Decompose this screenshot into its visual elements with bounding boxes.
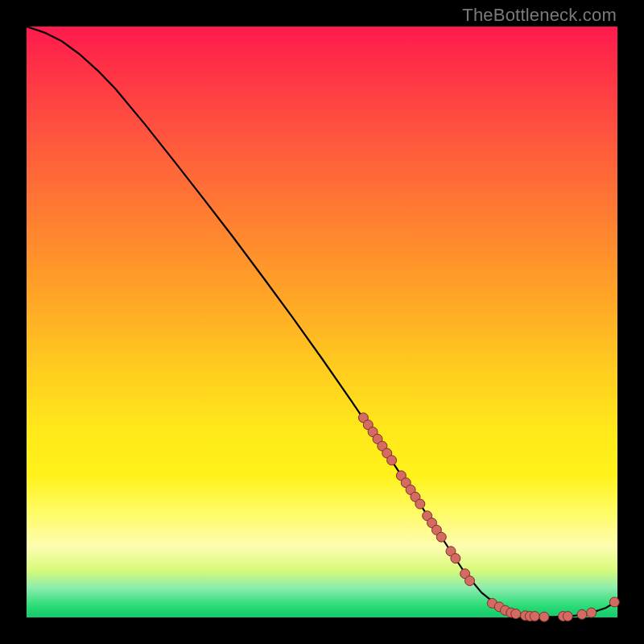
data-marker [530, 612, 539, 621]
data-marker [539, 612, 549, 621]
data-marker [387, 456, 397, 465]
data-marker [609, 597, 619, 607]
marker-group [358, 413, 619, 621]
watermark-text: TheBottleneck.com [462, 5, 617, 26]
data-marker [465, 576, 475, 585]
data-marker [587, 608, 597, 617]
data-marker [563, 612, 572, 621]
data-marker [511, 609, 521, 619]
data-marker [451, 554, 460, 564]
data-marker [415, 499, 425, 509]
data-marker [577, 609, 587, 619]
chart-frame: TheBottleneck.com [0, 0, 644, 644]
chart-overlay [27, 27, 617, 617]
bottleneck-curve [27, 27, 617, 617]
data-marker [436, 532, 446, 542]
